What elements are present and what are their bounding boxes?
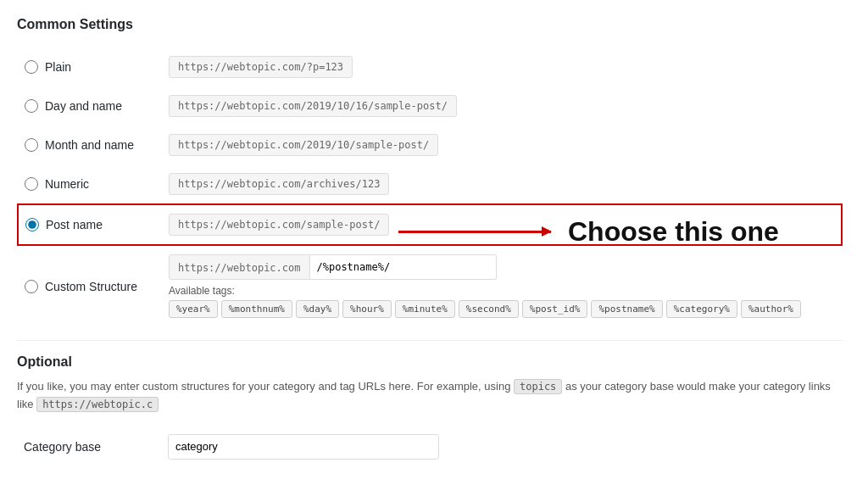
- plain-label[interactable]: Plain: [25, 60, 155, 74]
- section-divider: [17, 340, 843, 341]
- optional-desc-before: If you like, you may enter custom struct…: [17, 380, 510, 393]
- optional-desc-code: topics: [514, 379, 562, 394]
- numeric-label-text: Numeric: [45, 177, 89, 191]
- month-and-name-label-text: Month and name: [45, 138, 134, 152]
- page-wrapper: Common Settings Plain https://webtopic.c…: [0, 0, 868, 496]
- post-name-row: Post name https://webtopic.com/sample-po…: [18, 204, 842, 245]
- post-name-label-text: Post name: [46, 218, 103, 231]
- post-name-url: https://webtopic.com/sample-post/: [169, 214, 389, 236]
- month-and-name-row: Month and name https://webtopic.com/2019…: [18, 125, 842, 164]
- optional-desc: If you like, you may enter custom struct…: [17, 378, 843, 414]
- permalink-options-table: Plain https://webtopic.com/?p=123 Day an…: [17, 47, 843, 326]
- tag-button[interactable]: %hour%: [342, 300, 392, 318]
- optional-table: Category base: [17, 427, 843, 466]
- day-and-name-url: https://webtopic.com/2019/10/16/sample-p…: [169, 95, 457, 117]
- category-base-input[interactable]: [168, 434, 439, 460]
- common-settings-title: Common Settings: [17, 17, 843, 32]
- numeric-radio[interactable]: [25, 177, 38, 191]
- custom-structure-url-base: https://webtopic.com: [169, 254, 310, 280]
- custom-structure-label-text: Custom Structure: [45, 280, 137, 293]
- tag-button[interactable]: %postname%: [591, 300, 662, 318]
- optional-desc-url: https://webtopic.c: [36, 397, 159, 412]
- day-and-name-label-text: Day and name: [45, 99, 122, 113]
- custom-structure-input[interactable]: [310, 254, 497, 280]
- numeric-row: Numeric https://webtopic.com/archives/12…: [18, 164, 842, 204]
- tag-button[interactable]: %day%: [296, 300, 339, 318]
- plain-url: https://webtopic.com/?p=123: [169, 56, 353, 78]
- optional-title: Optional: [17, 354, 843, 370]
- numeric-url: https://webtopic.com/archives/123: [169, 173, 389, 195]
- month-and-name-url: https://webtopic.com/2019/10/sample-post…: [169, 134, 438, 156]
- plain-row: Plain https://webtopic.com/?p=123: [18, 47, 842, 86]
- tag-button[interactable]: %post_id%: [522, 300, 588, 318]
- custom-structure-radio[interactable]: [25, 280, 38, 293]
- category-base-row: Category base: [17, 427, 843, 466]
- tag-button[interactable]: %category%: [666, 300, 737, 318]
- plain-label-text: Plain: [45, 60, 71, 74]
- tag-button[interactable]: %minute%: [395, 300, 455, 318]
- month-and-name-label[interactable]: Month and name: [25, 138, 155, 152]
- month-and-name-radio[interactable]: [25, 138, 38, 152]
- category-base-label: Category base: [24, 440, 101, 454]
- custom-structure-inputs: https://webtopic.com: [169, 254, 835, 280]
- post-name-label[interactable]: Post name: [25, 218, 155, 231]
- custom-structure-label[interactable]: Custom Structure: [25, 280, 155, 293]
- numeric-label[interactable]: Numeric: [25, 177, 155, 191]
- day-and-name-label[interactable]: Day and name: [25, 99, 155, 113]
- tag-button[interactable]: %author%: [741, 300, 801, 318]
- day-and-name-radio[interactable]: [25, 99, 38, 113]
- available-tags-label: Available tags:: [169, 285, 835, 297]
- tag-button[interactable]: %second%: [459, 300, 519, 318]
- optional-section: Optional If you like, you may enter cust…: [17, 354, 843, 466]
- plain-radio[interactable]: [25, 60, 38, 74]
- tags-container: %year%%monthnum%%day%%hour%%minute%%seco…: [169, 300, 835, 318]
- tag-button[interactable]: %monthnum%: [221, 300, 292, 318]
- post-name-radio[interactable]: [25, 218, 39, 231]
- day-and-name-row: Day and name https://webtopic.com/2019/1…: [18, 86, 842, 125]
- custom-structure-row: Custom Structure https://webtopic.com Av…: [18, 245, 842, 326]
- tag-button[interactable]: %year%: [169, 300, 218, 318]
